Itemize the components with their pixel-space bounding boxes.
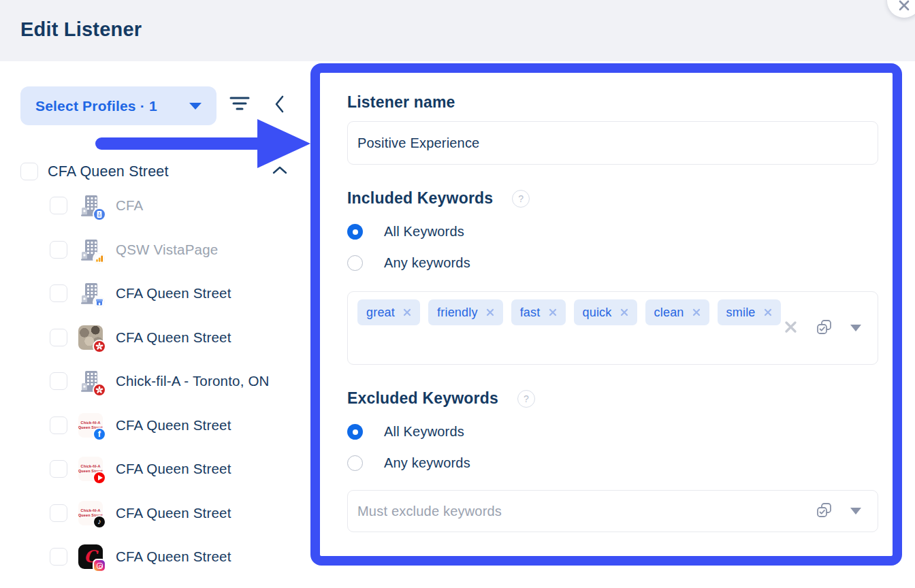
profile-label: CFA Queen Street bbox=[116, 549, 231, 565]
profile-row[interactable]: CFA Queen Street bbox=[0, 280, 310, 307]
keyword-chip: friendly bbox=[428, 299, 503, 325]
excluded-all-keywords-option[interactable]: All Keywords bbox=[347, 424, 464, 440]
google-business-badge-icon bbox=[93, 295, 106, 309]
keyword-chip-label: quick bbox=[583, 306, 612, 320]
profile-label: CFA Queen Street bbox=[116, 417, 231, 434]
profile-label: Chick-fil-A - Toronto, ON bbox=[116, 373, 270, 389]
profile-checkbox[interactable] bbox=[50, 241, 67, 259]
group-checkbox[interactable] bbox=[20, 163, 38, 180]
listener-name-input[interactable]: Positive Experience bbox=[347, 121, 878, 165]
profile-label: CFA Queen Street bbox=[116, 505, 231, 521]
radio-unselected-icon[interactable] bbox=[347, 455, 363, 471]
keyword-chip-label: great bbox=[366, 306, 395, 320]
remove-keyword-icon[interactable] bbox=[403, 308, 411, 316]
profile-avatar: Chick-fil-AQueen Street bbox=[78, 457, 103, 481]
keyword-chip: smile bbox=[718, 299, 781, 325]
profile-avatar: C bbox=[78, 544, 103, 569]
chevron-down-icon bbox=[189, 103, 202, 110]
included-all-keywords-label: All Keywords bbox=[384, 224, 464, 240]
excluded-keywords-input[interactable]: Must exclude keywords bbox=[347, 490, 878, 532]
profile-label: CFA bbox=[116, 197, 143, 214]
profile-row[interactable]: CFA bbox=[0, 192, 310, 219]
paste-keywords-button[interactable] bbox=[815, 501, 833, 521]
tiktok-badge-icon: ♪ bbox=[93, 515, 106, 529]
profile-row[interactable]: QSW VistaPage bbox=[0, 236, 310, 263]
included-keywords-input[interactable]: greatfriendlyfastquickcleansmile bbox=[347, 291, 878, 365]
profile-avatar bbox=[78, 369, 103, 393]
excluded-keywords-placeholder: Must exclude keywords bbox=[357, 504, 502, 519]
select-profiles-label: Select Profiles · 1 bbox=[35, 98, 157, 114]
close-icon bbox=[898, 0, 910, 14]
keyword-chip-label: smile bbox=[726, 306, 756, 320]
profile-row[interactable]: Chick-fil-AQueen StreetCFA Queen Street bbox=[0, 455, 310, 483]
filter-button[interactable] bbox=[229, 94, 251, 115]
profile-avatar bbox=[78, 325, 103, 350]
excluded-any-keywords-label: Any keywords bbox=[384, 455, 470, 471]
profile-row[interactable]: CCFA Queen Street bbox=[0, 543, 310, 570]
facebook-badge-icon: f bbox=[93, 427, 106, 441]
profile-checkbox[interactable] bbox=[50, 284, 67, 302]
keyword-chip-label: friendly bbox=[437, 306, 478, 320]
profile-checkbox[interactable] bbox=[50, 329, 67, 346]
keyword-chip: clean bbox=[645, 299, 709, 325]
excluded-all-keywords-label: All Keywords bbox=[384, 424, 464, 440]
profile-avatar bbox=[78, 281, 103, 306]
help-icon[interactable]: ? bbox=[517, 390, 535, 408]
profile-checkbox[interactable] bbox=[50, 372, 67, 390]
radio-unselected-icon[interactable] bbox=[347, 255, 363, 271]
radio-selected-icon[interactable] bbox=[347, 224, 363, 240]
excluded-keywords-title: Excluded Keywords bbox=[347, 389, 498, 408]
included-all-keywords-option[interactable]: All Keywords bbox=[347, 224, 464, 240]
keyword-chip-label: fast bbox=[520, 306, 541, 320]
copy-check-icon bbox=[815, 318, 833, 338]
profile-avatar: Chick-fil-AQueen Street♪ bbox=[78, 501, 103, 525]
profile-label: CFA Queen Street bbox=[116, 329, 231, 346]
profile-label: CFA Queen Street bbox=[116, 285, 231, 301]
listener-name-label: Listener name bbox=[347, 93, 878, 112]
keyword-chip: fast bbox=[511, 299, 566, 325]
clear-keywords-button[interactable] bbox=[784, 320, 798, 336]
remove-keyword-icon[interactable] bbox=[692, 308, 701, 316]
annotation-arrow-icon bbox=[93, 117, 312, 170]
remove-keyword-icon[interactable] bbox=[764, 308, 772, 316]
included-keywords-title: Included Keywords bbox=[347, 189, 493, 208]
filter-icon bbox=[229, 105, 251, 115]
analytics-badge-icon bbox=[93, 252, 106, 265]
profile-checkbox[interactable] bbox=[50, 460, 67, 478]
remove-keyword-icon[interactable] bbox=[486, 308, 494, 316]
profile-avatar bbox=[78, 193, 103, 218]
profile-row[interactable]: CFA Queen Street bbox=[0, 324, 310, 351]
contact-card-badge-icon bbox=[93, 208, 106, 221]
radio-selected-icon[interactable] bbox=[347, 424, 363, 440]
profile-checkbox[interactable] bbox=[50, 504, 67, 522]
profile-checkbox[interactable] bbox=[50, 416, 67, 434]
profile-row[interactable]: Chick-fil-AQueen Street♪CFA Queen Street bbox=[0, 500, 310, 527]
help-icon[interactable]: ? bbox=[512, 190, 530, 208]
paste-keywords-button[interactable] bbox=[815, 318, 833, 338]
header: Edit Listener bbox=[0, 0, 915, 61]
listener-form-panel: Listener name Positive Experience Includ… bbox=[310, 63, 902, 566]
profile-checkbox[interactable] bbox=[50, 548, 67, 566]
profile-row[interactable]: Chick-fil-AQueen StreetfCFA Queen Street bbox=[0, 412, 310, 439]
keyword-chip: quick bbox=[574, 299, 637, 325]
page-title: Edit Listener bbox=[20, 18, 142, 41]
keywords-dropdown-caret[interactable] bbox=[850, 325, 861, 331]
profile-label: QSW VistaPage bbox=[116, 242, 218, 258]
collapse-sidebar-button[interactable] bbox=[271, 93, 289, 117]
profile-list: CFA QSW VistaPage CFA Queen StreetCFA Qu… bbox=[0, 192, 310, 587]
yelp-badge-icon bbox=[93, 340, 106, 353]
included-any-keywords-label: Any keywords bbox=[384, 255, 470, 271]
profile-avatar: Chick-fil-AQueen Streetf bbox=[78, 413, 103, 438]
youtube-badge-icon bbox=[93, 471, 106, 485]
keywords-dropdown-caret[interactable] bbox=[850, 508, 861, 514]
excluded-any-keywords-option[interactable]: Any keywords bbox=[347, 455, 470, 471]
profile-row[interactable]: Chick-fil-A - Toronto, ON bbox=[0, 368, 310, 395]
keyword-chip: great bbox=[357, 299, 420, 325]
copy-check-icon bbox=[815, 501, 833, 521]
remove-keyword-icon[interactable] bbox=[549, 308, 557, 316]
remove-keyword-icon[interactable] bbox=[620, 308, 628, 316]
profile-checkbox[interactable] bbox=[50, 197, 67, 214]
included-any-keywords-option[interactable]: Any keywords bbox=[347, 255, 470, 271]
profile-avatar bbox=[78, 238, 103, 262]
chevron-left-icon bbox=[271, 107, 289, 117]
